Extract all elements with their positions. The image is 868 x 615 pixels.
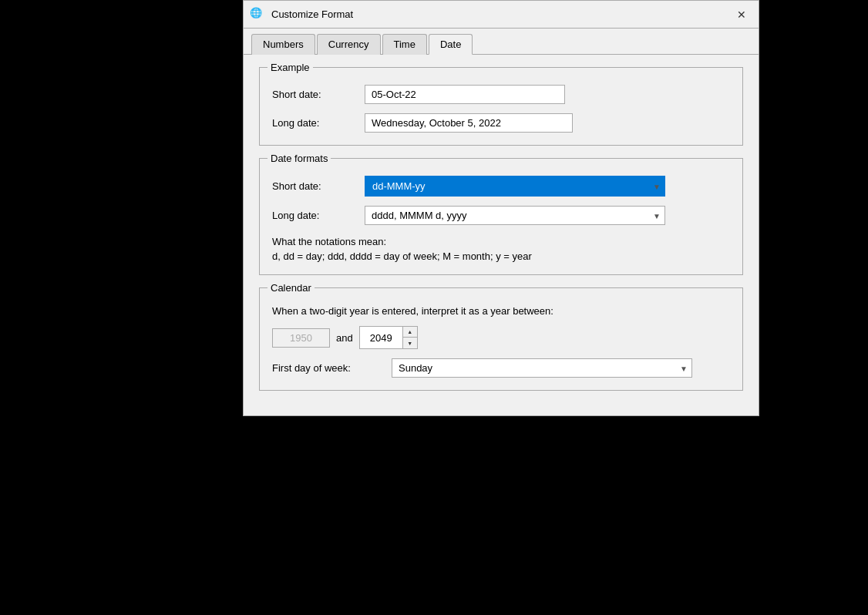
notation-section: What the notations mean: d, dd = day; dd… (272, 225, 730, 262)
notation-title: What the notations mean: (272, 236, 730, 247)
example-section: Example Short date: Long date: (259, 67, 743, 146)
first-day-dropdown-wrapper: Sunday Monday Tuesday Wednesday Thursday… (392, 358, 692, 378)
long-date-dropdown-wrapper: dddd, MMMM d, yyyy MMMM d, yyyy dddd, d … (365, 206, 665, 225)
short-date-format-row: Short date: dd-MMM-yy M/d/yyyy MM/dd/yyy… (272, 176, 730, 197)
to-year-input[interactable] (360, 327, 402, 348)
title-bar-left: 🌐 Customize Format (250, 7, 353, 22)
dialog-body: Numbers Currency Time Date Example Short… (243, 28, 759, 416)
year-range-row: and ▲ ▼ (272, 326, 730, 349)
calendar-section: Calendar When a two-digit year is entere… (259, 287, 743, 391)
two-digit-year-text: When a two-digit year is entered, interp… (272, 305, 730, 317)
spinner-down-button[interactable]: ▼ (403, 338, 417, 348)
short-date-dropdown-wrapper: dd-MMM-yy M/d/yyyy MM/dd/yyyy d/M/yyyy y… (365, 176, 665, 197)
short-date-dropdown[interactable]: dd-MMM-yy M/d/yyyy MM/dd/yyyy d/M/yyyy y… (365, 176, 665, 197)
long-date-dropdown[interactable]: dddd, MMMM d, yyyy MMMM d, yyyy dddd, d … (365, 206, 665, 225)
title-bar-controls: ✕ (731, 6, 752, 23)
dialog-title: Customize Format (271, 8, 353, 20)
calendar-legend: Calendar (267, 282, 315, 294)
long-date-example-value (365, 113, 573, 133)
spinner-buttons: ▲ ▼ (402, 327, 417, 348)
tab-date[interactable]: Date (429, 34, 473, 55)
spinner-up-button[interactable]: ▲ (403, 327, 417, 338)
short-date-example-value (365, 85, 565, 104)
long-date-example-label: Long date: (272, 117, 365, 129)
tab-content: Example Short date: Long date: Date form… (244, 55, 759, 415)
long-date-format-row: Long date: dddd, MMMM d, yyyy MMMM d, yy… (272, 206, 730, 225)
notation-text: d, dd = day; ddd, dddd = day of week; M … (272, 250, 730, 262)
long-date-format-label: Long date: (272, 210, 365, 221)
first-day-dropdown[interactable]: Sunday Monday Tuesday Wednesday Thursday… (392, 358, 692, 378)
date-formats-legend: Date formats (267, 153, 331, 164)
tab-currency[interactable]: Currency (317, 34, 381, 55)
tab-numbers[interactable]: Numbers (251, 34, 315, 55)
short-date-example-label: Short date: (272, 89, 365, 100)
date-formats-section: Date formats Short date: dd-MMM-yy M/d/y… (259, 158, 743, 275)
close-button[interactable]: ✕ (731, 6, 752, 23)
long-date-example-row: Long date: (272, 113, 730, 133)
title-bar: 🌐 Customize Format ✕ (243, 0, 759, 28)
example-legend: Example (267, 62, 313, 73)
first-day-row: First day of week: Sunday Monday Tuesday… (272, 358, 730, 378)
short-date-format-label: Short date: (272, 180, 365, 192)
globe-icon: 🌐 (250, 7, 265, 22)
to-year-spinner: ▲ ▼ (359, 326, 418, 349)
customize-format-dialog: 🌐 Customize Format ✕ Numbers Currency Ti… (243, 0, 759, 601)
from-year-input (272, 328, 330, 348)
short-date-example-row: Short date: (272, 85, 730, 104)
tabs-container: Numbers Currency Time Date (244, 29, 759, 55)
first-day-label: First day of week: (272, 362, 392, 374)
tab-time[interactable]: Time (382, 34, 427, 55)
and-label: and (336, 332, 353, 344)
